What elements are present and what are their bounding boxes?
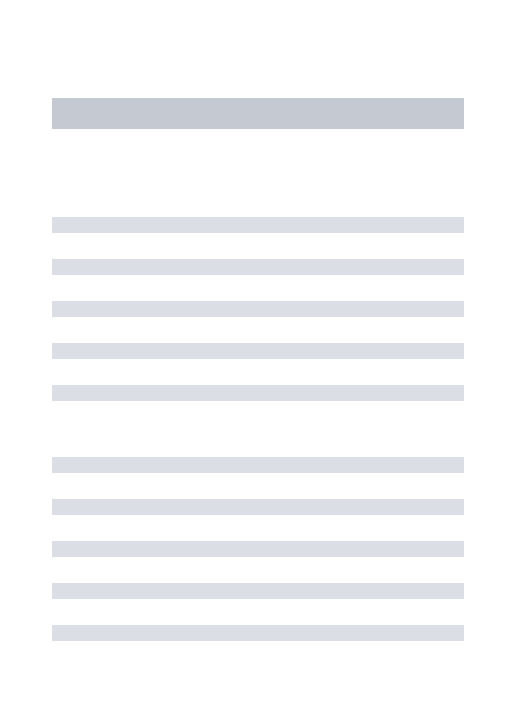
skeleton-line (52, 541, 464, 557)
skeleton-line (52, 301, 464, 317)
skeleton-gap (52, 427, 464, 457)
skeleton-line (52, 499, 464, 515)
skeleton-line (52, 583, 464, 599)
skeleton-line (52, 217, 464, 233)
skeleton-header-bar (52, 98, 464, 129)
skeleton-line (52, 385, 464, 401)
skeleton-line (52, 457, 464, 473)
skeleton-line (52, 343, 464, 359)
skeleton-group (52, 457, 464, 641)
skeleton-line (52, 259, 464, 275)
skeleton-page (0, 0, 516, 713)
skeleton-line (52, 625, 464, 641)
skeleton-group (52, 217, 464, 401)
